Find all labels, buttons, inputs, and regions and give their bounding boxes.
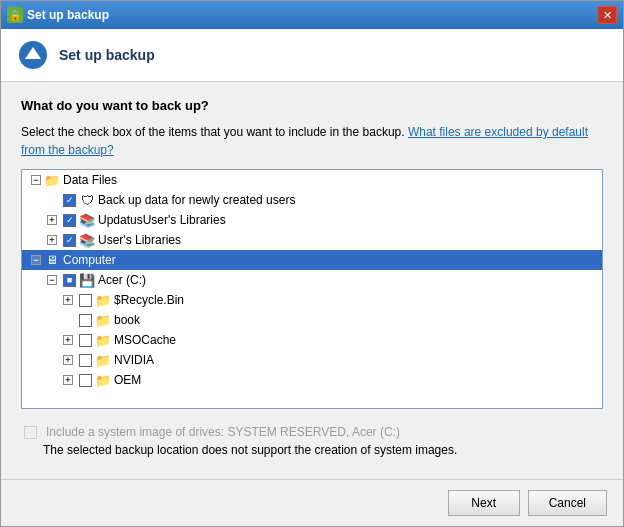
checkbox-recycle-bin[interactable]	[79, 294, 92, 307]
disk-icon: 💾	[79, 272, 95, 288]
description-part1: Select the check box of the items that y…	[21, 125, 408, 139]
title-bar: 🔒 Set up backup ✕	[1, 1, 623, 29]
library-icon: 📚	[79, 212, 95, 228]
expand-updatus[interactable]: +	[44, 212, 60, 228]
content-area: What do you want to back up? Select the …	[1, 82, 623, 479]
tree-node-computer[interactable]: − 🖥 Computer	[22, 250, 602, 270]
nvidia-folder-icon: 📁	[95, 352, 111, 368]
tree-node-data-files[interactable]: − 📁 Data Files	[22, 170, 602, 190]
checkbox-system-image	[24, 426, 37, 439]
description-text: Select the check box of the items that y…	[21, 123, 603, 159]
tree-node-nvidia[interactable]: + 📁 NVIDIA	[22, 350, 602, 370]
node-label-msocache: MSOCache	[114, 333, 176, 347]
node-label-nvidia: NVIDIA	[114, 353, 154, 367]
node-label-oem: OEM	[114, 373, 141, 387]
tree-node-oem[interactable]: + 📁 OEM	[22, 370, 602, 390]
tree-node-backup-new-users[interactable]: ✓ 🛡 Back up data for newly created users	[22, 190, 602, 210]
expand-oem[interactable]: +	[60, 372, 76, 388]
expand-recycle[interactable]: +	[60, 292, 76, 308]
checkbox-updatus-libraries[interactable]: ✓	[63, 214, 76, 227]
tree-node-msocache[interactable]: + 📁 MSOCache	[22, 330, 602, 350]
title-bar-left: 🔒 Set up backup	[7, 7, 109, 23]
title-bar-title: Set up backup	[27, 8, 109, 22]
recycle-folder-icon: 📁	[95, 292, 111, 308]
shield-icon: 🛡	[79, 192, 95, 208]
backup-header-icon	[17, 39, 49, 71]
checkbox-backup-new-users[interactable]: ✓	[63, 194, 76, 207]
checkbox-acer-c[interactable]: ■	[63, 274, 76, 287]
file-tree[interactable]: − 📁 Data Files ✓ 🛡 Back up data for newl…	[21, 169, 603, 409]
backup-icon: 🔒	[7, 7, 23, 23]
system-image-label: Include a system image of drives: SYSTEM…	[46, 425, 400, 439]
checkbox-msocache[interactable]	[79, 334, 92, 347]
expand-backup-new	[44, 192, 60, 208]
header-title: Set up backup	[59, 47, 155, 63]
next-button[interactable]: Next	[448, 490, 520, 516]
node-label-recycle-bin: $Recycle.Bin	[114, 293, 184, 307]
expand-book	[60, 312, 76, 328]
expand-acer[interactable]: −	[44, 272, 60, 288]
expand-nvidia[interactable]: +	[60, 352, 76, 368]
footer: Next Cancel	[1, 479, 623, 526]
library-icon-2: 📚	[79, 232, 95, 248]
system-image-section: Include a system image of drives: SYSTEM…	[21, 419, 603, 463]
node-label-book: book	[114, 313, 140, 327]
expand-data-files[interactable]: −	[28, 172, 44, 188]
tree-node-recycle-bin[interactable]: + 📁 $Recycle.Bin	[22, 290, 602, 310]
tree-node-book[interactable]: 📁 book	[22, 310, 602, 330]
folder-icon: 📁	[44, 172, 60, 188]
node-label-backup-new-users: Back up data for newly created users	[98, 193, 295, 207]
oem-folder-icon: 📁	[95, 372, 111, 388]
checkbox-book[interactable]	[79, 314, 92, 327]
expand-msocache[interactable]: +	[60, 332, 76, 348]
checkbox-users-libraries[interactable]: ✓	[63, 234, 76, 247]
node-label-data-files: Data Files	[63, 173, 117, 187]
msocache-folder-icon: 📁	[95, 332, 111, 348]
expand-computer[interactable]: −	[28, 252, 44, 268]
tree-node-acer-c[interactable]: − ■ 💾 Acer (C:)	[22, 270, 602, 290]
book-folder-icon: 📁	[95, 312, 111, 328]
node-label-users-libraries: User's Libraries	[98, 233, 181, 247]
expand-users-lib[interactable]: +	[44, 232, 60, 248]
computer-icon: 🖥	[44, 252, 60, 268]
node-label-acer-c: Acer (C:)	[98, 273, 146, 287]
tree-node-updatus-libraries[interactable]: + ✓ 📚 UpdatusUser's Libraries	[22, 210, 602, 230]
checkbox-oem[interactable]	[79, 374, 92, 387]
node-label-computer: Computer	[63, 253, 116, 267]
checkbox-nvidia[interactable]	[79, 354, 92, 367]
system-image-row: Include a system image of drives: SYSTEM…	[21, 425, 603, 439]
setup-backup-window: 🔒 Set up backup ✕ Set up backup What do …	[0, 0, 624, 527]
node-label-updatus-libraries: UpdatusUser's Libraries	[98, 213, 226, 227]
header-section: Set up backup	[1, 29, 623, 82]
question-text: What do you want to back up?	[21, 98, 603, 113]
cancel-button[interactable]: Cancel	[528, 490, 607, 516]
close-button[interactable]: ✕	[597, 6, 617, 24]
tree-node-users-libraries[interactable]: + ✓ 📚 User's Libraries	[22, 230, 602, 250]
system-image-note: The selected backup location does not su…	[21, 443, 603, 457]
